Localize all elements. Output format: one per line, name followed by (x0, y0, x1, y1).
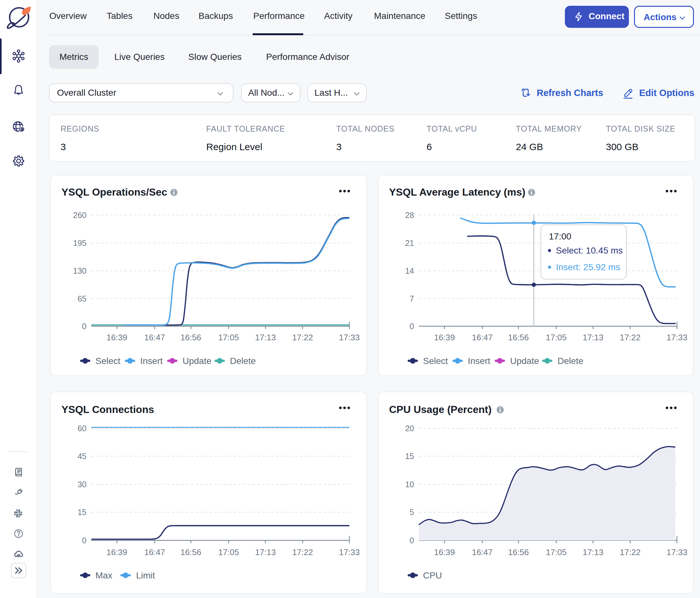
svg-text:14: 14 (405, 266, 414, 275)
svg-text:60: 60 (77, 424, 86, 433)
svg-text:0: 0 (82, 322, 86, 331)
svg-text:Insert: 25.92 ms: Insert: 25.92 ms (556, 262, 620, 272)
svg-text:CPU Usage (Percent): CPU Usage (Percent) (389, 404, 492, 415)
svg-text:Limit: Limit (136, 570, 155, 580)
svg-text:17:13: 17:13 (255, 333, 276, 342)
svg-text:16:56: 16:56 (508, 333, 529, 342)
svg-text:Select: 10.45 ms: Select: 10.45 ms (556, 245, 623, 256)
svg-text:45: 45 (77, 452, 86, 461)
svg-text:Insert: Insert (140, 356, 163, 366)
svg-text:16:39: 16:39 (434, 333, 455, 342)
svg-text:21: 21 (405, 238, 414, 248)
svg-text:15: 15 (77, 508, 86, 517)
svg-text:Update: Update (510, 356, 539, 366)
svg-text:17:33: 17:33 (339, 333, 359, 342)
svg-text:17:05: 17:05 (218, 547, 239, 557)
svg-text:Insert: Insert (468, 356, 490, 366)
svg-text:10: 10 (405, 480, 414, 489)
svg-text:16:56: 16:56 (508, 547, 529, 557)
svg-text:16:47: 16:47 (144, 333, 165, 342)
svg-text:0: 0 (409, 322, 414, 331)
svg-text:16:47: 16:47 (144, 547, 165, 557)
svg-text:5: 5 (409, 508, 414, 517)
svg-text:16:39: 16:39 (106, 547, 127, 557)
svg-text:28: 28 (405, 211, 414, 219)
svg-text:17:33: 17:33 (339, 547, 359, 557)
svg-text:7: 7 (409, 294, 414, 303)
svg-text:YSQL Average Latency (ms): YSQL Average Latency (ms) (389, 186, 525, 198)
svg-text:16:56: 16:56 (180, 333, 201, 342)
svg-text:130: 130 (73, 266, 86, 275)
svg-text:Select: Select (95, 356, 120, 366)
svg-text:Select: Select (423, 356, 448, 366)
svg-text:Delete: Delete (557, 356, 583, 366)
svg-text:17:22: 17:22 (620, 333, 641, 342)
svg-text:17:00: 17:00 (549, 231, 571, 241)
svg-text:16:39: 16:39 (106, 333, 127, 342)
svg-text:20: 20 (405, 424, 414, 433)
svg-text:0: 0 (82, 536, 86, 545)
svg-text:Max: Max (95, 570, 112, 580)
svg-text:65: 65 (77, 294, 86, 303)
svg-text:17:05: 17:05 (546, 333, 567, 342)
svg-text:30: 30 (77, 480, 86, 489)
svg-text:17:33: 17:33 (666, 547, 687, 557)
svg-text:16:47: 16:47 (472, 333, 493, 342)
svg-text:16:39: 16:39 (434, 547, 455, 557)
svg-text:16:47: 16:47 (472, 547, 493, 557)
svg-text:195: 195 (73, 238, 86, 248)
svg-text:17:13: 17:13 (255, 547, 276, 557)
svg-text:YSQL Operations/Sec: YSQL Operations/Sec (61, 186, 167, 198)
svg-text:17:13: 17:13 (582, 547, 603, 557)
svg-text:17:05: 17:05 (218, 333, 239, 342)
svg-text:CPU: CPU (423, 570, 442, 580)
svg-text:17:13: 17:13 (582, 333, 603, 342)
svg-text:17:22: 17:22 (620, 547, 641, 557)
svg-text:15: 15 (405, 452, 414, 461)
svg-text:17:33: 17:33 (666, 333, 687, 342)
svg-text:17:22: 17:22 (292, 333, 313, 342)
svg-text:Update: Update (182, 356, 211, 366)
svg-text:0: 0 (409, 536, 414, 545)
svg-text:Delete: Delete (230, 356, 256, 366)
svg-text:16:56: 16:56 (180, 547, 201, 557)
svg-text:17:05: 17:05 (546, 547, 567, 557)
svg-text:YSQL Connections: YSQL Connections (61, 404, 154, 415)
svg-text:17:22: 17:22 (292, 547, 313, 557)
svg-text:260: 260 (73, 211, 86, 219)
